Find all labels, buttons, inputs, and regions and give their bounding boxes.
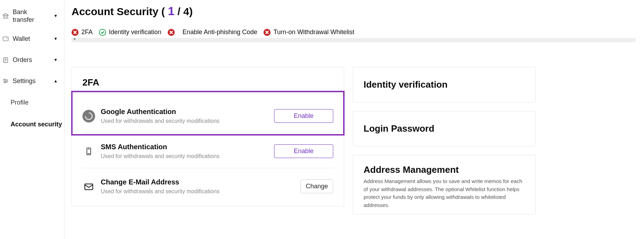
chevron-down-icon: ▼ — [54, 36, 61, 41]
status-label: Enable Anti-phishing Code — [182, 29, 257, 36]
row-title: SMS Authentication — [101, 143, 268, 151]
card-2fa: 2FA Google Authentication Used for withd… — [72, 67, 344, 206]
page-title-count-current: 1 — [168, 4, 174, 18]
sidebar-item-settings[interactable]: Settings ▲ — [0, 70, 64, 92]
status-chip-2fa: 2FA — [72, 29, 93, 36]
page-title-prefix: Account Security ( — [72, 6, 168, 17]
svg-point-4 — [5, 82, 6, 83]
status-label: Turn-on Withdrawal Whitelist — [273, 29, 354, 36]
row-action: Enable — [274, 144, 333, 158]
sidebar: Bank transfer ▼ Wallet ▼ Orders ▼ Settin… — [0, 0, 64, 239]
row-google-auth: Google Authentication Used for withdrawa… — [82, 98, 333, 133]
wallet-icon — [2, 35, 9, 42]
card-address-management: Address Management Address Management al… — [353, 155, 536, 214]
bank-icon — [2, 12, 9, 19]
chevron-down-icon: ▼ — [54, 57, 61, 62]
section-title-address-management: Address Management — [364, 164, 525, 175]
sidebar-item-label: Wallet — [13, 35, 50, 43]
chevron-down-icon: ▼ — [54, 13, 61, 18]
sidebar-item-label: Orders — [13, 56, 50, 64]
columns: 2FA Google Authentication Used for withd… — [72, 67, 636, 214]
chevron-up-icon: ▲ — [54, 78, 61, 83]
status-chip-antiphishing: Enable Anti-phishing Code — [168, 29, 257, 36]
sidebar-item-bank-transfer[interactable]: Bank transfer ▼ — [0, 4, 64, 28]
row-action: Change — [301, 180, 333, 193]
status-chip-whitelist: Turn-on Withdrawal Whitelist — [264, 29, 354, 36]
status-x-icon — [72, 29, 79, 36]
row-text: SMS Authentication Used for withdrawals … — [101, 143, 268, 159]
svg-rect-6 — [85, 184, 93, 189]
google-auth-icon — [82, 110, 95, 122]
svg-point-2 — [4, 79, 5, 80]
row-sms-auth: SMS Authentication Used for withdrawals … — [82, 133, 333, 168]
page-title-suffix: / 4) — [174, 6, 193, 17]
row-subtitle: Used for withdrawals and security modifi… — [101, 118, 268, 124]
horizontal-scrollbar[interactable] — [72, 38, 636, 42]
column-left: 2FA Google Authentication Used for withd… — [72, 67, 344, 214]
status-check-icon — [99, 29, 106, 36]
envelope-icon — [82, 180, 95, 193]
sidebar-item-orders[interactable]: Orders ▼ — [0, 49, 64, 70]
status-x-icon — [168, 29, 175, 36]
enable-sms-auth-button[interactable]: Enable — [274, 144, 333, 158]
row-subtitle: Used for withdrawals and security modifi… — [101, 188, 295, 195]
card-identity-verification[interactable]: Identity verification — [353, 67, 536, 102]
status-chip-identity: Identity verification — [99, 29, 161, 36]
card-login-password[interactable]: Login Password — [353, 111, 536, 146]
status-x-icon — [264, 29, 271, 36]
sidebar-item-label: Bank transfer — [13, 8, 50, 24]
status-label: 2FA — [81, 29, 93, 36]
sidebar-item-wallet[interactable]: Wallet ▼ — [0, 28, 64, 49]
status-row: 2FA Identity verification Enable Anti-ph… — [72, 29, 636, 36]
row-change-email: Change E-Mail Address Used for withdrawa… — [82, 168, 333, 196]
row-action: Enable — [274, 109, 333, 123]
sidebar-sub-account-security[interactable]: Account security — [0, 113, 64, 135]
sidebar-sub-label: Account security — [11, 121, 62, 128]
row-title: Change E-Mail Address — [101, 178, 295, 186]
change-email-button[interactable]: Change — [301, 180, 333, 193]
status-label: Identity verification — [109, 29, 161, 36]
enable-google-auth-button[interactable]: Enable — [274, 109, 333, 123]
row-subtitle: Used for withdrawals and security modifi… — [101, 153, 268, 159]
sidebar-sub-profile[interactable]: Profile — [0, 92, 64, 113]
address-management-description: Address Management allows you to save an… — [364, 177, 525, 209]
status-row-wrap: 2FA Identity verification Enable Anti-ph… — [72, 29, 636, 42]
phone-icon — [82, 145, 95, 158]
sidebar-item-label: Settings — [13, 77, 50, 85]
sidebar-sub-label: Profile — [11, 99, 29, 106]
row-title: Google Authentication — [101, 108, 268, 116]
row-text: Change E-Mail Address Used for withdrawa… — [101, 178, 295, 195]
page-title: Account Security ( 1 / 4) — [72, 0, 636, 21]
row-text: Google Authentication Used for withdrawa… — [101, 108, 268, 124]
sliders-icon — [2, 77, 9, 84]
main-area: Account Security ( 1 / 4) 2FA Identity v… — [64, 0, 644, 239]
section-title-2fa: 2FA — [82, 77, 333, 88]
orders-icon — [2, 56, 9, 63]
section-title-login-password: Login Password — [364, 123, 525, 134]
column-right: Identity verification Login Password Add… — [353, 67, 536, 214]
section-title-identity: Identity verification — [364, 79, 525, 90]
svg-point-3 — [6, 80, 7, 81]
